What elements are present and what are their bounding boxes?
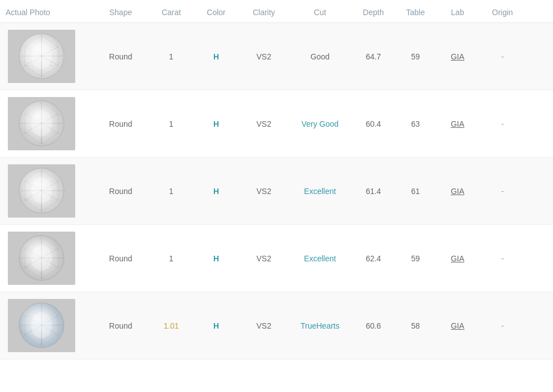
cell-shape-3: Round: [93, 186, 149, 197]
cell-carat-2: 1: [149, 118, 194, 130]
cell-clarity-4: VS2: [239, 253, 289, 264]
cell-clarity-1: VS2: [239, 51, 289, 62]
cell-photo-4: [6, 230, 93, 286]
cell-origin-4: -: [480, 253, 525, 264]
lab-link-1[interactable]: GIA: [451, 52, 464, 61]
cell-price-2: $5,430: [525, 116, 553, 132]
cell-lab-1[interactable]: GIA: [435, 51, 480, 62]
col-header-origin: Origin: [480, 8, 525, 17]
cell-clarity-2: VS2: [239, 118, 289, 130]
cell-photo-2: [6, 96, 93, 151]
cell-carat-4: 1: [149, 253, 194, 264]
cell-origin-3: -: [480, 186, 525, 197]
col-header-carat: Carat: [149, 8, 194, 17]
cell-color-4: H: [194, 253, 239, 264]
col-header-cut: Cut: [289, 8, 351, 17]
cell-lab-3[interactable]: GIA: [435, 186, 480, 197]
diamond-image-5[interactable]: [8, 299, 75, 352]
cell-carat-3: 1: [149, 186, 194, 197]
cell-price-1: $5,240: [525, 48, 553, 65]
lab-link-3[interactable]: GIA: [451, 187, 464, 196]
cell-depth-2: 60.4: [351, 118, 396, 130]
diamond-image-3[interactable]: [8, 164, 75, 218]
cell-price-3: $5,670: [525, 183, 553, 200]
cell-lab-4[interactable]: GIA: [435, 253, 480, 264]
table-header: Actual Photo Shape Carat Color Clarity C…: [0, 0, 553, 23]
lab-link-4[interactable]: GIA: [451, 254, 464, 263]
cell-table-5: 58: [396, 320, 435, 331]
col-header-color: Color: [194, 8, 239, 17]
cell-depth-5: 60.6: [351, 320, 396, 331]
table-row[interactable]: Round 1 H VS2 Good 64.7 59 GIA - $5,240: [0, 23, 553, 90]
cell-photo-3: [6, 163, 93, 219]
cell-cut-1: Good: [289, 51, 351, 62]
diamond-image-2[interactable]: [8, 97, 75, 150]
cell-origin-5: -: [480, 320, 525, 331]
cell-lab-5[interactable]: GIA: [435, 320, 480, 331]
cell-color-1: H: [194, 51, 239, 62]
cell-clarity-5: VS2: [239, 320, 289, 331]
cell-cut-5: TrueHearts: [289, 320, 351, 331]
cell-table-1: 59: [396, 51, 435, 62]
col-header-lab: Lab: [435, 8, 480, 17]
cell-table-4: 59: [396, 253, 435, 264]
cell-color-3: H: [194, 186, 239, 197]
cell-cut-3: Excellent: [289, 186, 351, 197]
cell-table-2: 63: [396, 118, 435, 130]
cell-cut-4: Excellent: [289, 253, 351, 264]
cell-cut-2: Very Good: [289, 118, 351, 130]
lab-link-5[interactable]: GIA: [451, 321, 464, 330]
cell-shape-5: Round: [93, 320, 149, 331]
cell-origin-1: -: [480, 51, 525, 62]
cell-depth-4: 62.4: [351, 253, 396, 264]
diamond-table: Actual Photo Shape Carat Color Clarity C…: [0, 0, 553, 359]
cell-depth-3: 61.4: [351, 186, 396, 197]
col-header-photo: Actual Photo: [6, 8, 93, 17]
table-row[interactable]: Round 1 H VS2 Very Good 60.4 63 GIA - $5…: [0, 90, 553, 158]
cell-table-3: 61: [396, 186, 435, 197]
cell-price-5: $6,850: [525, 317, 553, 334]
col-header-depth: Depth: [351, 8, 396, 17]
diamond-image-4[interactable]: [8, 232, 75, 285]
cell-shape-2: Round: [93, 118, 149, 130]
cell-depth-1: 64.7: [351, 51, 396, 62]
col-header-price: Price: [525, 8, 553, 17]
diamond-image-1[interactable]: [8, 30, 75, 83]
cell-clarity-3: VS2: [239, 186, 289, 197]
cell-price-4: $6,100: [525, 250, 553, 267]
table-row[interactable]: Round 1 H VS2 Excellent 61.4 61 GIA - $5…: [0, 158, 553, 225]
table-row[interactable]: Round 1.01 H VS2 TrueHearts 60.6 58 GIA …: [0, 292, 553, 359]
col-header-clarity: Clarity: [239, 8, 289, 17]
cell-origin-2: -: [480, 118, 525, 130]
table-body: Round 1 H VS2 Good 64.7 59 GIA - $5,240: [0, 23, 553, 359]
cell-carat-1: 1: [149, 51, 194, 62]
cell-shape-4: Round: [93, 253, 149, 264]
col-header-table: Table: [396, 8, 435, 17]
cell-carat-5: 1.01: [149, 320, 194, 331]
cell-shape-1: Round: [93, 51, 149, 62]
col-header-shape: Shape: [93, 8, 149, 17]
cell-color-5: H: [194, 320, 239, 331]
table-row[interactable]: Round 1 H VS2 Excellent 62.4 59 GIA - $6…: [0, 225, 553, 292]
lab-link-2[interactable]: GIA: [451, 119, 464, 128]
cell-color-2: H: [194, 118, 239, 130]
cell-lab-2[interactable]: GIA: [435, 118, 480, 130]
cell-photo-1: [6, 29, 93, 84]
cell-photo-5: [6, 298, 93, 353]
